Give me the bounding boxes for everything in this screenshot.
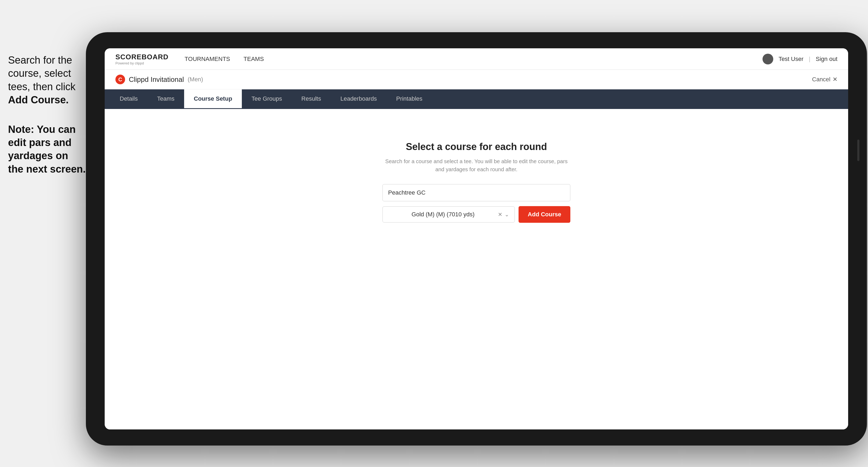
nav-links: TOURNAMENTS TEAMS	[185, 56, 763, 63]
clippd-icon: C	[116, 74, 125, 84]
course-search-input[interactable]	[382, 184, 570, 201]
cancel-label: Cancel	[812, 76, 830, 83]
tab-course-setup[interactable]: Course Setup	[184, 89, 242, 109]
main-content: Select a course for each round Search fo…	[105, 109, 848, 429]
instruction-text: Search for the course, select tees, then…	[8, 55, 75, 92]
pipe: |	[809, 56, 811, 63]
course-card: Select a course for each round Search fo…	[382, 141, 570, 223]
tab-tee-groups[interactable]: Tee Groups	[242, 89, 292, 109]
tournament-type: (Men)	[188, 76, 203, 83]
user-avatar	[763, 54, 773, 64]
add-course-button[interactable]: Add Course	[519, 206, 570, 223]
power-button	[857, 139, 860, 161]
tablet-frame: SCOREBOARD Powered by clippd TOURNAMENTS…	[86, 32, 867, 445]
instruction-block: Search for the course, select tees, then…	[8, 54, 86, 176]
tournament-title: C Clippd Invitational (Men)	[116, 74, 203, 84]
navbar: SCOREBOARD Powered by clippd TOURNAMENTS…	[105, 48, 848, 70]
tee-select-wrapper[interactable]: Gold (M) (M) (7010 yds) ✕ ⌄	[382, 207, 515, 222]
note-text: Note: You can edit pars and yardages on …	[8, 123, 86, 176]
clear-icon[interactable]: ✕	[498, 211, 502, 218]
chevron-icon[interactable]: ⌄	[504, 211, 509, 218]
card-title: Select a course for each round	[382, 141, 570, 152]
tee-select-text: Gold (M) (M) (7010 yds)	[388, 211, 498, 218]
tournament-name: Clippd Invitational	[129, 75, 184, 84]
cancel-button[interactable]: Cancel ✕	[812, 76, 837, 83]
tab-printables[interactable]: Printables	[386, 89, 432, 109]
cancel-x: ✕	[833, 76, 837, 83]
instruction-bold: Add Course.	[8, 94, 69, 105]
tee-select-controls: ✕ ⌄	[498, 211, 509, 218]
tab-teams[interactable]: Teams	[147, 89, 184, 109]
tab-results[interactable]: Results	[292, 89, 331, 109]
logo-text: SCOREBOARD	[116, 53, 168, 61]
logo-area: SCOREBOARD Powered by clippd	[116, 53, 168, 65]
tablet-screen: SCOREBOARD Powered by clippd TOURNAMENTS…	[105, 48, 848, 429]
card-subtitle: Search for a course and select a tee. Yo…	[382, 157, 570, 174]
nav-tournaments[interactable]: TOURNAMENTS	[185, 56, 230, 63]
tab-leaderboards[interactable]: Leaderboards	[331, 89, 386, 109]
sign-out-link[interactable]: Sign out	[816, 56, 837, 63]
nav-teams[interactable]: TEAMS	[243, 56, 264, 63]
tournament-header: C Clippd Invitational (Men) Cancel ✕	[105, 70, 848, 89]
tee-select-row: Gold (M) (M) (7010 yds) ✕ ⌄ Add Course	[382, 206, 570, 223]
tab-details[interactable]: Details	[110, 89, 147, 109]
logo-sub: Powered by clippd	[116, 61, 168, 65]
navbar-right: Test User | Sign out	[763, 54, 837, 64]
tab-bar: Details Teams Course Setup Tee Groups Re…	[105, 89, 848, 109]
user-label: Test User	[779, 56, 804, 63]
